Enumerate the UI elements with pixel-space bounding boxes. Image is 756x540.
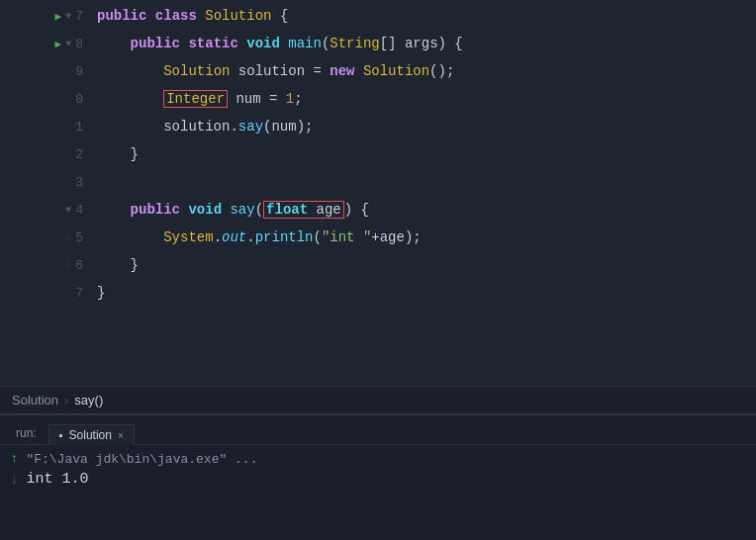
code-content-16: }: [89, 251, 139, 279]
line-num-11: 1: [75, 120, 83, 135]
fold-icon-7[interactable]: ▼: [65, 11, 71, 22]
code-line-14: ▼ 4 public void say(float age) {: [0, 196, 756, 224]
run-tabs: run: ▪ Solution ×: [0, 415, 756, 445]
fold-icon-15: ◇: [65, 231, 71, 243]
run-up-arrow-icon: ↑: [10, 451, 18, 467]
code-line-10: 0 Integer num = 1;: [0, 85, 756, 113]
gutter-13: 3: [0, 175, 89, 190]
run-cmd-line: ↑ "F:\Java jdk\bin\java.exe" ...: [10, 451, 746, 467]
run-arrow-8[interactable]: ▶: [55, 38, 62, 50]
gutter-17: 7: [0, 286, 89, 301]
line-num-8: 8: [75, 37, 83, 51]
run-arrow-7[interactable]: ▶: [55, 10, 62, 23]
code-line-13: 3: [0, 168, 756, 196]
line-num-9: 9: [75, 64, 83, 79]
breadcrumb-sep: ›: [64, 393, 68, 407]
gutter-9: 9: [0, 64, 89, 79]
gutter-11: 1: [0, 120, 89, 135]
line-num-12: 2: [75, 147, 83, 162]
code-line-11: 1 solution.say(num);: [0, 113, 756, 140]
line-num-17: 7: [75, 286, 83, 301]
code-line-15: ◇ 5 System.out.println("int "+age);: [0, 224, 756, 251]
code-editor: ▶ ▼ 7 public class Solution { ▶ ▼ 8 publ…: [0, 0, 756, 386]
tab-close-button[interactable]: ×: [118, 430, 124, 441]
line-num-15: 5: [75, 230, 83, 245]
line-num-13: 3: [75, 175, 83, 190]
run-down-arrow-icon: ↓: [10, 472, 18, 488]
code-content-15: System.out.println("int "+age);: [89, 224, 422, 251]
code-line-8: ▶ ▼ 8 public static void main(String[] a…: [0, 30, 756, 57]
gutter-12: 2: [0, 147, 89, 162]
fold-icon-8[interactable]: ▼: [65, 39, 71, 49]
code-content-17: }: [89, 279, 105, 307]
line-num-7: 7: [75, 9, 83, 24]
code-content-14: public void say(float age) {: [89, 196, 369, 224]
code-line-7: ▶ ▼ 7 public class Solution {: [0, 2, 756, 30]
gutter-10: 0: [0, 92, 89, 107]
tab-name: Solution: [69, 428, 112, 442]
gutter-7: ▶ ▼ 7: [0, 9, 89, 24]
code-content-8: public static void main(String[] args) {: [89, 30, 463, 57]
gutter-16: ◇ 6: [0, 258, 89, 273]
run-content: ↑ "F:\Java jdk\bin\java.exe" ... ↓ int 1…: [0, 445, 756, 494]
gutter-8: ▶ ▼ 8: [0, 37, 89, 51]
breadcrumb-method: say(): [74, 393, 103, 407]
run-output-line: ↓ int 1.0: [10, 471, 746, 488]
line-num-10: 0: [75, 92, 83, 107]
tab-window-icon: ▪: [59, 429, 63, 441]
code-content-9: Solution solution = new Solution();: [89, 57, 454, 85]
run-cmd-text: "F:\Java jdk\bin\java.exe" ...: [26, 452, 257, 467]
line-num-16: 6: [75, 258, 83, 273]
code-content-10: Integer num = 1;: [89, 85, 303, 113]
run-panel: run: ▪ Solution × ↑ "F:\Java jdk\bin\jav…: [0, 413, 756, 540]
code-line-12: 2 }: [0, 140, 756, 168]
fold-icon-16: ◇: [65, 259, 71, 271]
run-output-text: int 1.0: [26, 471, 88, 488]
code-line-9: 9 Solution solution = new Solution();: [0, 57, 756, 85]
code-content-11: solution.say(num);: [89, 113, 313, 140]
code-line-16: ◇ 6 }: [0, 251, 756, 279]
code-content-12: }: [89, 140, 139, 168]
code-content-7: public class Solution {: [89, 2, 288, 30]
line-num-14: 4: [75, 203, 83, 218]
fold-icon-14[interactable]: ▼: [65, 205, 71, 216]
code-line-17: 7 }: [0, 279, 756, 307]
gutter-15: ◇ 5: [0, 230, 89, 245]
breadcrumb-class: Solution: [12, 393, 58, 407]
gutter-14: ▼ 4: [0, 203, 89, 218]
breadcrumb-bar: Solution › say(): [0, 386, 756, 413]
run-tab-solution[interactable]: ▪ Solution ×: [48, 424, 135, 445]
run-label: run:: [8, 426, 45, 444]
